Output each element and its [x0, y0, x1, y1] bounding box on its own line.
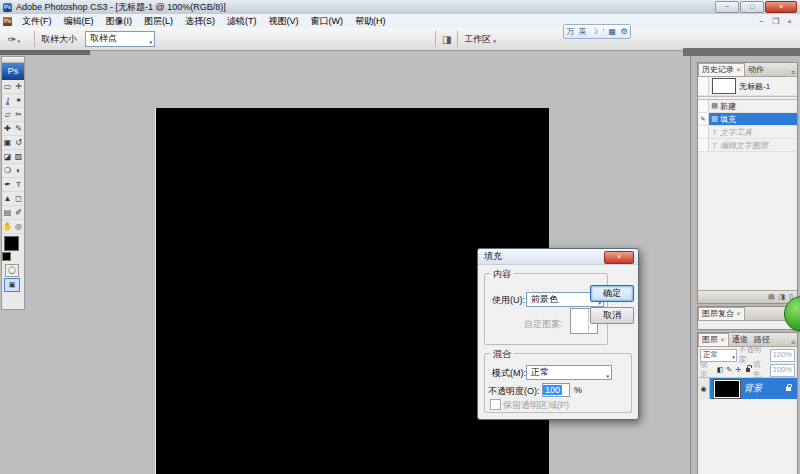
ime-mode-icon[interactable]: 万 — [566, 26, 574, 37]
new-state-icon: ▤ — [709, 102, 720, 110]
dodge-tool[interactable]: ◐ — [13, 164, 24, 178]
blend-mode-dropdown[interactable]: 正常 ▾ — [700, 349, 737, 362]
percent-sign: % — [574, 385, 582, 395]
doc-close-button[interactable]: × — [783, 17, 796, 26]
layer-row-background[interactable]: ◉ 背景 — [698, 378, 797, 399]
history-snapshot-row[interactable]: 无标题-1 — [698, 77, 797, 96]
menu-file[interactable]: 文件(F) — [16, 14, 58, 28]
lasso-tool[interactable]: ʆ — [2, 94, 13, 108]
close-button[interactable]: × — [765, 1, 797, 13]
minimize-button[interactable]: − — [715, 1, 739, 13]
dialog-close-button[interactable]: × — [604, 251, 634, 264]
eraser-tool[interactable]: ◪ — [2, 150, 13, 164]
new-snapshot-icon[interactable]: ◨ — [779, 293, 786, 301]
options-separator — [435, 31, 436, 47]
zoom-tool[interactable]: ◎ — [13, 220, 24, 234]
ime-english-icon[interactable]: 英 — [579, 26, 587, 37]
maximize-button[interactable]: □ — [740, 1, 764, 13]
opacity-field[interactable]: 100% — [770, 349, 795, 362]
quick-mask-button[interactable]: ◯ — [5, 264, 19, 277]
tab-close-icon[interactable]: × — [736, 65, 741, 74]
cancel-button[interactable]: 取消 — [590, 307, 634, 324]
panel-menu-icon[interactable]: ≡ — [791, 69, 797, 76]
options-separator — [34, 31, 35, 47]
lock-transparency-icon[interactable]: ◧ — [717, 366, 724, 374]
ime-toolbar: 万 英 ☽ ⁱ ▦ ⚙ — [563, 24, 631, 39]
panel-menu-icon[interactable]: ≡ — [791, 339, 797, 346]
ime-punct-icon[interactable]: ⁱ — [603, 27, 604, 36]
move-tool[interactable]: ✛ — [13, 80, 24, 94]
fill-state-icon: ▨ — [709, 115, 720, 123]
options-separator — [457, 31, 458, 47]
eyedropper-tool-icon[interactable]: ✑ — [8, 34, 16, 45]
clone-stamp-tool[interactable]: ▣ — [2, 136, 13, 150]
layers-panel: 图层 × 通道 路径 ≡ 正常 ▾ 不透明度: 100% 锁定: ◧ ✎ ✛ 填… — [697, 332, 798, 474]
tab-history[interactable]: 历史记录 × — [698, 63, 745, 76]
brush-tool[interactable]: ✎ — [13, 122, 24, 136]
doc-restore-button[interactable]: ❐ — [768, 17, 783, 26]
history-brush-source-icon[interactable]: ✎ — [698, 113, 709, 125]
ok-button[interactable]: 确定 — [590, 285, 634, 302]
doc-minimize-button[interactable]: − — [755, 17, 768, 26]
preserve-transparency-checkbox[interactable] — [490, 399, 501, 410]
tab-close-icon[interactable]: × — [720, 335, 725, 344]
history-state-edit-type-layer[interactable]: T 编辑文字图层 — [698, 139, 797, 152]
ime-settings-icon[interactable]: ⚙ — [621, 27, 628, 36]
workspace-button[interactable]: 工作区 — [464, 33, 491, 46]
menu-edit[interactable]: 编辑(E) — [58, 14, 100, 28]
lock-all-icon[interactable] — [746, 368, 750, 372]
lock-label: 锁定: — [700, 360, 714, 380]
eyedropper-tool[interactable]: ✐ — [13, 206, 24, 220]
menu-window[interactable]: 窗口(W) — [305, 14, 350, 28]
history-state-new[interactable]: ▤ 新建 — [698, 100, 797, 113]
ime-halfwidth-icon[interactable]: ☽ — [591, 27, 598, 36]
path-selection-tool[interactable]: ▲ — [2, 192, 13, 206]
opacity-input[interactable]: 100 — [542, 383, 570, 397]
type-tool[interactable]: T — [13, 178, 24, 192]
history-state-fill[interactable]: ✎ ▨ 填充 — [698, 113, 797, 126]
tab-close-icon[interactable]: × — [736, 309, 741, 318]
crop-tool[interactable]: ▱ — [2, 108, 13, 122]
healing-brush-tool[interactable]: ✚ — [2, 122, 13, 136]
layer-name: 背景 — [744, 382, 762, 395]
go-to-bridge-icon[interactable]: ◨ — [442, 34, 451, 45]
hand-tool[interactable]: ✋ — [2, 220, 13, 234]
use-label: 使用(U): — [492, 294, 525, 307]
gradient-tool[interactable]: ▨ — [13, 150, 24, 164]
window-title: Adobe Photoshop CS3 - [无标题-1 @ 100%(RGB/… — [16, 1, 226, 14]
menu-image[interactable]: 图像(I) — [100, 14, 139, 28]
slice-tool[interactable]: ✂ — [13, 108, 24, 122]
tab-layer-comps[interactable]: 图层复合 × — [698, 307, 745, 320]
background-color-swatch[interactable] — [2, 252, 11, 261]
foreground-color-swatch[interactable] — [4, 236, 19, 251]
lock-pixels-icon[interactable]: ✎ — [726, 366, 732, 374]
sample-size-dropdown[interactable]: 取样点 ▾ — [85, 31, 155, 47]
snapshot-thumbnail — [712, 78, 736, 94]
tab-layers[interactable]: 图层 × — [698, 333, 729, 346]
lock-position-icon[interactable]: ✛ — [735, 366, 741, 374]
notes-tool[interactable]: ▤ — [2, 206, 13, 220]
menu-filter[interactable]: 滤镜(T) — [221, 14, 263, 28]
fill-field[interactable]: 100% — [770, 364, 795, 377]
fill-label: 填充: — [753, 360, 767, 380]
blur-tool[interactable]: ❍ — [2, 164, 13, 178]
tool-preset-arrow-icon[interactable]: ▾ — [17, 38, 20, 44]
dialog-title: 填充 — [484, 250, 502, 263]
history-brush-tool[interactable]: ↺ — [13, 136, 24, 150]
new-document-from-state-icon[interactable]: ▤ — [768, 293, 775, 301]
menu-help[interactable]: 帮助(H) — [349, 14, 392, 28]
rectangular-marquee-tool[interactable]: ▭ — [2, 80, 13, 94]
magic-wand-tool[interactable]: ✶ — [13, 94, 24, 108]
menu-view[interactable]: 视图(V) — [263, 14, 305, 28]
menu-select[interactable]: 选择(S) — [179, 14, 221, 28]
pen-tool[interactable]: ✒ — [2, 178, 13, 192]
screen-mode-button[interactable]: ▣ — [4, 278, 20, 292]
shape-tool[interactable]: ◻ — [13, 192, 24, 206]
ime-keyboard-icon[interactable]: ▦ — [609, 27, 617, 36]
mode-dropdown[interactable]: 正常 ▾ — [526, 365, 612, 380]
menu-layer[interactable]: 图层(L) — [138, 14, 179, 28]
history-state-type-tool[interactable]: T 文字工具 — [698, 126, 797, 139]
tab-actions[interactable]: 动作 — [745, 64, 767, 76]
panel-dock: 历史记录 × 动作 ≡ 无标题-1 ▤ 新建 ✎ ▨ 填充 T 文字工具 — [690, 56, 800, 474]
layer-visibility-eye-icon[interactable]: ◉ — [698, 378, 710, 399]
